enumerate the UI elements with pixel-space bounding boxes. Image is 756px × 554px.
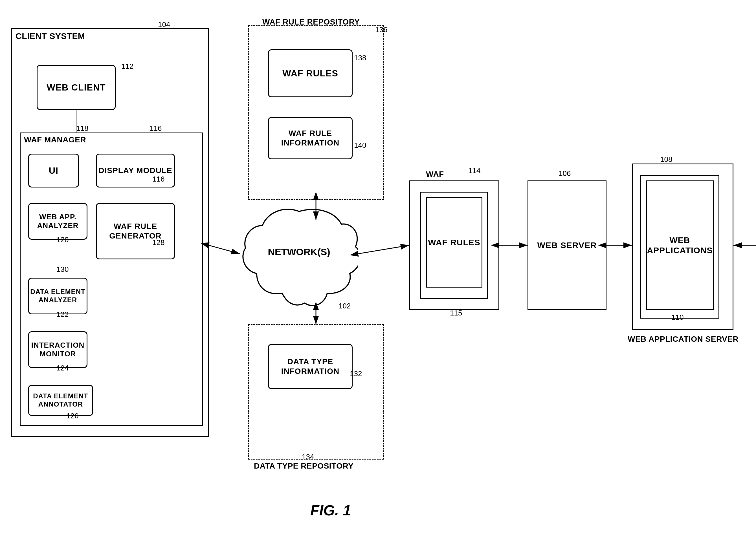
svg-line-6 [358,245,409,254]
data-element-annotator-box: DATA ELEMENT ANNOTATOR [28,385,93,416]
ui-box: UI [28,154,79,187]
networks-cloud: NETWORK(S) [240,203,358,310]
waf-manager-label: WAF MANAGER [24,135,86,145]
waf-manager-ref116: 116 [150,124,162,133]
waf-rule-generator-ref128: 128 [152,238,164,247]
web-applications-box2: WEB APPLICATIONS [646,180,714,310]
web-applications-ref: 110 [671,313,684,322]
svg-text:NETWORK(S): NETWORK(S) [268,246,330,257]
waf-label: WAF [426,169,444,179]
waf-rule-info-ref: 140 [354,141,366,150]
interaction-monitor-ref: 124 [56,364,68,373]
waf-rule-repo-ref: 136 [375,25,387,34]
web-app-server-ref: 108 [660,155,672,164]
web-server-ref: 106 [559,169,571,178]
web-app-server-label: WEB APPLICATION SERVER [627,334,739,344]
data-type-repo-ref: 134 [302,452,314,461]
web-client-ref: 112 [121,62,134,71]
waf-rules-repo-box: WAF RULES [268,49,353,97]
fig-label: FIG. 1 [310,502,351,519]
client-system-ref: 104 [158,20,170,29]
networks-ref: 102 [339,302,351,311]
waf-rules-repo-ref: 138 [354,54,366,62]
data-type-info-box: DATA TYPE INFORMATION [268,344,353,389]
interaction-monitor-box: INTERACTION MONITOR [28,331,88,368]
data-type-repo-label: DATA TYPE REPOSITORY [254,461,353,471]
web-server-box: WEB SERVER [527,180,606,310]
data-element-annotator-ref: 126 [66,411,79,421]
web-app-analyzer-ref: 120 [56,235,68,244]
client-system-label: CLIENT SYSTEM [15,31,85,42]
waf-rule-repo-label: WAF RULE REPOSITORY [262,17,360,27]
waf-rule-info-box: WAF RULE INFORMATION [268,117,353,159]
web-app-analyzer-box: WEB APP. ANALYZER [28,203,88,240]
waf-rule-generator-box: WAF RULE GENERATOR [96,203,175,259]
display-module-ref: 116 [152,175,164,183]
waf-rules-waf-ref: 115 [450,309,462,318]
waf-rules-waf-inner-box: WAF RULES [426,197,483,288]
waf-ref: 114 [468,166,481,175]
data-element-analyzer-box: DATA ELEMENT ANALYZER [28,278,88,314]
svg-line-5 [209,245,240,254]
diagram: CLIENT SYSTEM 104 WEB CLIENT 112 WAF MAN… [0,0,756,554]
waf-manager-ref: 118 [76,124,88,133]
data-element-analyzer-ref: 122 [56,310,68,319]
web-client-box: WEB CLIENT [37,65,116,110]
data-type-info-ref: 132 [350,369,362,378]
waf-rule-generator-ref130: 130 [56,265,68,274]
